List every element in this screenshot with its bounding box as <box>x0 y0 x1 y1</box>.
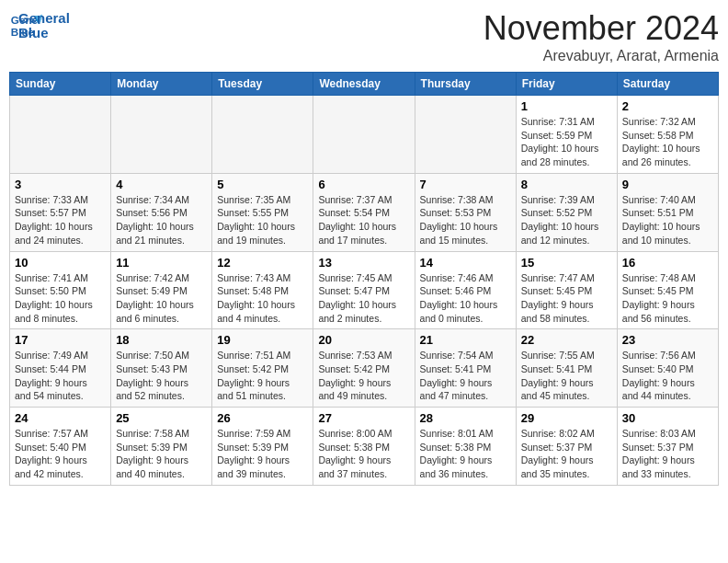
calendar-cell: 28Sunrise: 8:01 AM Sunset: 5:38 PM Dayli… <box>415 408 516 486</box>
calendar-cell: 6Sunrise: 7:37 AM Sunset: 5:54 PM Daylig… <box>313 173 415 251</box>
calendar-cell: 3Sunrise: 7:33 AM Sunset: 5:57 PM Daylig… <box>10 173 111 251</box>
calendar-week-row: 1Sunrise: 7:31 AM Sunset: 5:59 PM Daylig… <box>10 96 719 174</box>
day-info: Sunrise: 7:51 AM Sunset: 5:42 PM Dayligh… <box>217 349 308 403</box>
day-info: Sunrise: 7:35 AM Sunset: 5:55 PM Dayligh… <box>217 193 308 247</box>
day-info: Sunrise: 7:31 AM Sunset: 5:59 PM Dayligh… <box>521 115 612 169</box>
calendar-week-row: 10Sunrise: 7:41 AM Sunset: 5:50 PM Dayli… <box>10 251 719 329</box>
weekday-header: Friday <box>516 73 617 96</box>
day-number: 24 <box>15 411 106 425</box>
day-info: Sunrise: 8:03 AM Sunset: 5:37 PM Dayligh… <box>622 427 713 481</box>
weekday-header-row: SundayMondayTuesdayWednesdayThursdayFrid… <box>10 73 719 96</box>
calendar-cell: 24Sunrise: 7:57 AM Sunset: 5:40 PM Dayli… <box>10 408 111 486</box>
title-block: November 2024 Arevabuyr, Ararat, Armenia <box>483 9 719 64</box>
calendar-cell: 25Sunrise: 7:58 AM Sunset: 5:39 PM Dayli… <box>111 408 212 486</box>
calendar-cell: 26Sunrise: 7:59 AM Sunset: 5:39 PM Dayli… <box>212 408 313 486</box>
day-info: Sunrise: 7:34 AM Sunset: 5:56 PM Dayligh… <box>116 193 207 247</box>
calendar-cell: 13Sunrise: 7:45 AM Sunset: 5:47 PM Dayli… <box>313 251 415 329</box>
calendar-cell: 8Sunrise: 7:39 AM Sunset: 5:52 PM Daylig… <box>516 173 617 251</box>
calendar-cell <box>313 96 415 174</box>
day-info: Sunrise: 7:45 AM Sunset: 5:47 PM Dayligh… <box>318 271 409 326</box>
calendar-cell <box>415 96 516 174</box>
day-info: Sunrise: 8:02 AM Sunset: 5:37 PM Dayligh… <box>521 427 612 481</box>
day-info: Sunrise: 7:46 AM Sunset: 5:46 PM Dayligh… <box>420 271 511 326</box>
weekday-header: Tuesday <box>212 73 313 96</box>
day-info: Sunrise: 7:50 AM Sunset: 5:43 PM Dayligh… <box>116 349 207 403</box>
day-number: 6 <box>318 178 409 191</box>
day-info: Sunrise: 7:37 AM Sunset: 5:54 PM Dayligh… <box>318 193 409 247</box>
calendar-cell: 17Sunrise: 7:49 AM Sunset: 5:44 PM Dayli… <box>10 329 111 408</box>
weekday-header: Thursday <box>415 73 516 96</box>
day-number: 9 <box>622 178 713 191</box>
month-title: November 2024 <box>483 9 719 48</box>
day-number: 16 <box>622 256 713 270</box>
calendar-cell: 10Sunrise: 7:41 AM Sunset: 5:50 PM Dayli… <box>10 251 111 329</box>
day-number: 28 <box>420 411 511 425</box>
day-number: 12 <box>217 256 308 270</box>
calendar-cell: 27Sunrise: 8:00 AM Sunset: 5:38 PM Dayli… <box>313 408 415 486</box>
calendar-cell <box>10 96 111 174</box>
day-info: Sunrise: 7:57 AM Sunset: 5:40 PM Dayligh… <box>15 427 106 481</box>
calendar-week-row: 24Sunrise: 7:57 AM Sunset: 5:40 PM Dayli… <box>10 408 719 486</box>
weekday-header: Monday <box>111 73 212 96</box>
calendar-table: SundayMondayTuesdayWednesdayThursdayFrid… <box>9 72 719 486</box>
calendar-cell: 12Sunrise: 7:43 AM Sunset: 5:48 PM Dayli… <box>212 251 313 329</box>
calendar-cell <box>212 96 313 174</box>
day-info: Sunrise: 7:56 AM Sunset: 5:40 PM Dayligh… <box>622 349 713 403</box>
day-info: Sunrise: 8:01 AM Sunset: 5:38 PM Dayligh… <box>420 427 511 481</box>
day-number: 13 <box>318 256 409 270</box>
day-number: 11 <box>116 256 207 270</box>
calendar-cell: 5Sunrise: 7:35 AM Sunset: 5:55 PM Daylig… <box>212 173 313 251</box>
day-number: 8 <box>521 178 612 191</box>
logo-line2: Blue <box>18 26 70 41</box>
day-number: 19 <box>217 333 308 347</box>
location: Arevabuyr, Ararat, Armenia <box>483 48 719 64</box>
day-number: 26 <box>217 411 308 425</box>
day-info: Sunrise: 7:49 AM Sunset: 5:44 PM Dayligh… <box>15 349 106 403</box>
page-header: General Blue General Blue November 2024 … <box>9 9 719 64</box>
day-number: 14 <box>420 256 511 270</box>
calendar-cell: 9Sunrise: 7:40 AM Sunset: 5:51 PM Daylig… <box>617 173 718 251</box>
calendar-cell: 20Sunrise: 7:53 AM Sunset: 5:42 PM Dayli… <box>313 329 415 408</box>
day-number: 7 <box>420 178 511 191</box>
day-info: Sunrise: 8:00 AM Sunset: 5:38 PM Dayligh… <box>318 427 409 481</box>
calendar-cell: 29Sunrise: 8:02 AM Sunset: 5:37 PM Dayli… <box>516 408 617 486</box>
logo: General Blue General Blue <box>9 9 70 42</box>
day-number: 1 <box>521 99 612 113</box>
calendar-cell: 1Sunrise: 7:31 AM Sunset: 5:59 PM Daylig… <box>516 96 617 174</box>
day-info: Sunrise: 7:58 AM Sunset: 5:39 PM Dayligh… <box>116 427 207 481</box>
day-info: Sunrise: 7:47 AM Sunset: 5:45 PM Dayligh… <box>521 271 612 326</box>
day-number: 18 <box>116 333 207 347</box>
day-number: 29 <box>521 411 612 425</box>
day-info: Sunrise: 7:32 AM Sunset: 5:58 PM Dayligh… <box>622 115 713 169</box>
calendar-cell: 19Sunrise: 7:51 AM Sunset: 5:42 PM Dayli… <box>212 329 313 408</box>
day-info: Sunrise: 7:39 AM Sunset: 5:52 PM Dayligh… <box>521 193 612 247</box>
calendar-cell: 16Sunrise: 7:48 AM Sunset: 5:45 PM Dayli… <box>617 251 718 329</box>
logo-line1: General <box>18 11 70 27</box>
calendar-week-row: 3Sunrise: 7:33 AM Sunset: 5:57 PM Daylig… <box>10 173 719 251</box>
calendar-cell: 2Sunrise: 7:32 AM Sunset: 5:58 PM Daylig… <box>617 96 718 174</box>
day-number: 2 <box>622 99 713 113</box>
day-info: Sunrise: 7:41 AM Sunset: 5:50 PM Dayligh… <box>15 271 106 326</box>
day-info: Sunrise: 7:59 AM Sunset: 5:39 PM Dayligh… <box>217 427 308 481</box>
day-number: 5 <box>217 178 308 191</box>
day-info: Sunrise: 7:53 AM Sunset: 5:42 PM Dayligh… <box>318 349 409 403</box>
day-info: Sunrise: 7:33 AM Sunset: 5:57 PM Dayligh… <box>15 193 106 247</box>
calendar-cell: 22Sunrise: 7:55 AM Sunset: 5:41 PM Dayli… <box>516 329 617 408</box>
day-number: 21 <box>420 333 511 347</box>
day-number: 30 <box>622 411 713 425</box>
day-number: 23 <box>622 333 713 347</box>
day-info: Sunrise: 7:43 AM Sunset: 5:48 PM Dayligh… <box>217 271 308 326</box>
weekday-header: Sunday <box>10 73 111 96</box>
calendar-cell: 15Sunrise: 7:47 AM Sunset: 5:45 PM Dayli… <box>516 251 617 329</box>
calendar-cell: 21Sunrise: 7:54 AM Sunset: 5:41 PM Dayli… <box>415 329 516 408</box>
weekday-header: Saturday <box>617 73 718 96</box>
day-number: 22 <box>521 333 612 347</box>
day-number: 15 <box>521 256 612 270</box>
calendar-cell: 7Sunrise: 7:38 AM Sunset: 5:53 PM Daylig… <box>415 173 516 251</box>
day-info: Sunrise: 7:48 AM Sunset: 5:45 PM Dayligh… <box>622 271 713 326</box>
calendar-week-row: 17Sunrise: 7:49 AM Sunset: 5:44 PM Dayli… <box>10 329 719 408</box>
calendar-cell: 18Sunrise: 7:50 AM Sunset: 5:43 PM Dayli… <box>111 329 212 408</box>
day-info: Sunrise: 7:40 AM Sunset: 5:51 PM Dayligh… <box>622 193 713 247</box>
calendar-cell: 14Sunrise: 7:46 AM Sunset: 5:46 PM Dayli… <box>415 251 516 329</box>
day-info: Sunrise: 7:42 AM Sunset: 5:49 PM Dayligh… <box>116 271 207 326</box>
